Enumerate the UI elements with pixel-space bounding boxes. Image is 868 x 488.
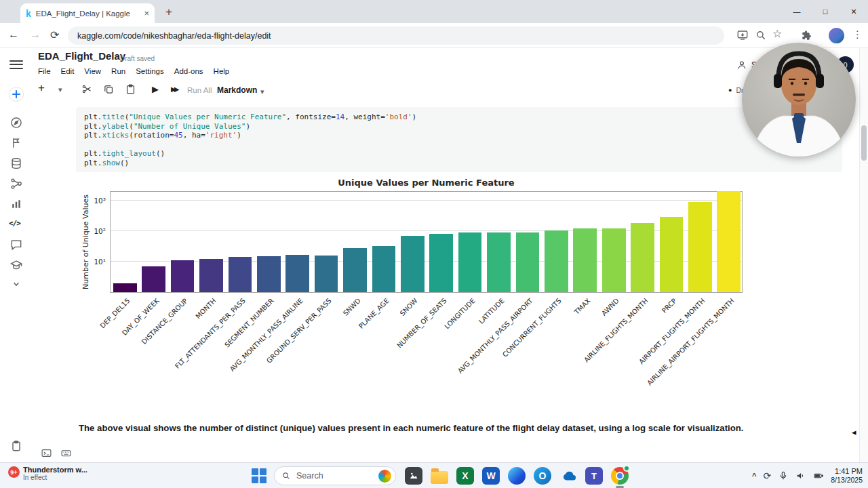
chart-x-tick-label: AVG_MONTHLY_PASS_AIRPORT: [428, 297, 534, 403]
window-close-button[interactable]: ×: [840, 0, 868, 23]
datasets-database-icon[interactable]: [9, 157, 23, 170]
chart-x-tick-label: LATITUDE: [399, 297, 505, 403]
file-explorer-icon[interactable]: [429, 465, 450, 487]
menu-view[interactable]: View: [84, 67, 101, 75]
code-editor[interactable]: plt.title("Unique Values per Numeric Fea…: [84, 113, 834, 168]
new-tab-button[interactable]: +: [161, 5, 176, 19]
chart-x-tick-label: DAY_OF_WEEK: [54, 297, 160, 403]
extensions-puzzle-icon[interactable]: [801, 29, 813, 41]
create-plus-icon[interactable]: [8, 86, 24, 102]
menu-help[interactable]: Help: [214, 67, 230, 75]
markdown-note[interactable]: The above visual shows the number of dis…: [79, 423, 811, 433]
cell-type-dropdown[interactable]: Markdown: [217, 85, 257, 95]
hamburger-menu-icon[interactable]: [9, 58, 23, 71]
console-icon[interactable]: [41, 447, 52, 459]
weather-widget[interactable]: 9+ Thunderstorm w... In effect: [8, 466, 87, 481]
competitions-flag-icon[interactable]: [9, 136, 23, 150]
chart-plot-area: [110, 191, 743, 293]
draft-status: Draft saved: [120, 55, 155, 62]
microphone-icon[interactable]: [778, 470, 789, 481]
add-cell-caret-icon[interactable]: ▾: [58, 85, 62, 94]
code-line: plt.title("Unique Values per Numeric Fea…: [84, 113, 834, 122]
models-network-icon[interactable]: [9, 177, 23, 190]
paste-clipboard-icon[interactable]: [125, 83, 136, 95]
run-cell-play-icon[interactable]: ▶: [152, 84, 159, 94]
code-cell[interactable]: plt.title("Unique Values per Numeric Fea…: [76, 107, 842, 172]
address-bar[interactable]: kaggle.com/code/nikeshbaghar/eda-flight-…: [68, 26, 724, 45]
onedrive-icon[interactable]: [557, 465, 579, 487]
clipboard-icon[interactable]: [9, 439, 23, 453]
collapse-panel-arrow[interactable]: ◂: [852, 427, 856, 437]
back-icon[interactable]: ←: [8, 28, 19, 41]
photos-app-icon[interactable]: [403, 465, 425, 487]
menu-file[interactable]: File: [38, 67, 51, 75]
chart-bar: [343, 248, 367, 292]
chart-bar: [458, 232, 482, 292]
profile-avatar[interactable]: [829, 28, 844, 43]
more-chevron-down-icon[interactable]: [9, 277, 23, 291]
chart-x-tick-label: SNOW: [313, 297, 419, 403]
page-scrollbar[interactable]: [859, 48, 868, 462]
learn-graduation-icon[interactable]: [9, 258, 23, 272]
cell-type-caret-icon[interactable]: ▾: [260, 87, 264, 96]
chart-bar: [631, 223, 654, 293]
scrollbar-thumb[interactable]: [861, 125, 867, 161]
menu-edit[interactable]: Edit: [61, 67, 75, 75]
copy-icon[interactable]: [103, 83, 115, 95]
chart-x-tick-label: PRCP: [572, 297, 678, 403]
chart-bar: [285, 255, 309, 292]
hidden-icons-chevron[interactable]: ^: [752, 472, 756, 480]
menu-run[interactable]: Run: [111, 67, 125, 75]
chart-bar: [660, 217, 684, 293]
run-all-fastforward-icon[interactable]: ▶▶: [171, 85, 177, 93]
zoom-icon[interactable]: [755, 29, 767, 41]
notebook-toolbar: + ▾ ▶ ▶▶ Run All Markdown ▾ ● Draft Sess…: [33, 81, 859, 100]
window-maximize-button[interactable]: □: [811, 0, 840, 23]
tab-close-icon[interactable]: ×: [144, 8, 149, 18]
chart-bar: [429, 234, 453, 292]
presenter-portrait: [742, 43, 856, 157]
window-minimize-button[interactable]: —: [783, 0, 811, 23]
clock-date: 8/13/2025: [831, 476, 863, 485]
menu-addons[interactable]: Add-ons: [174, 67, 203, 75]
keyboard-icon[interactable]: [60, 447, 72, 459]
chart-bar: [516, 232, 540, 292]
explore-compass-icon[interactable]: [9, 116, 23, 129]
chart-y-tick-label: 10²: [79, 227, 106, 235]
code-icon[interactable]: </>: [9, 219, 22, 232]
cut-scissors-icon[interactable]: [81, 83, 93, 95]
chart-bar: [573, 228, 597, 292]
chart-x-tick-label: MONTH: [112, 297, 218, 403]
chrome-icon[interactable]: [609, 465, 631, 487]
start-button[interactable]: [252, 468, 267, 483]
menu-settings[interactable]: Settings: [136, 67, 164, 75]
screen: k EDA_Flight_Delay | Kaggle × + — □ × ← …: [0, 0, 868, 488]
update-sync-icon[interactable]: ⟳: [764, 470, 772, 481]
browser-tab[interactable]: k EDA_Flight_Delay | Kaggle ×: [20, 3, 155, 23]
webcam-overlay: [742, 43, 856, 157]
speaker-icon[interactable]: [795, 470, 806, 481]
battery-icon[interactable]: [813, 470, 824, 481]
taskbar-clock[interactable]: 1:41 PM 8/13/2025: [831, 467, 863, 485]
benchmarks-chart-icon[interactable]: [9, 197, 23, 211]
reload-icon[interactable]: ⟳: [50, 28, 59, 41]
outlook-icon[interactable]: O: [532, 465, 553, 487]
bookmark-star-icon[interactable]: ☆: [772, 27, 785, 39]
teams-icon[interactable]: T: [583, 465, 605, 487]
chart-title: Unique Values per Numeric Feature: [110, 178, 743, 188]
add-cell-button[interactable]: +: [38, 81, 45, 95]
notebook-footer: [41, 447, 72, 459]
chart-x-tick-label: AIRPORT_FLIGHTS_MONTH: [601, 297, 707, 403]
forward-icon[interactable]: →: [30, 28, 41, 41]
discussions-chat-icon[interactable]: [9, 238, 23, 251]
install-app-icon[interactable]: [736, 29, 749, 41]
chart-output: Unique Values per Numeric Feature Number…: [76, 175, 842, 399]
run-all-label[interactable]: Run All: [187, 86, 212, 94]
word-icon[interactable]: W: [480, 465, 502, 487]
edge-icon[interactable]: [506, 465, 528, 487]
excel-icon[interactable]: X: [454, 465, 476, 487]
browser-menu-kebab-icon[interactable]: ⋮: [852, 28, 862, 41]
chart-bar: [717, 191, 741, 293]
taskbar-search[interactable]: Search: [274, 466, 396, 485]
notebook-title: EDA_Flight_Delay: [38, 50, 125, 62]
